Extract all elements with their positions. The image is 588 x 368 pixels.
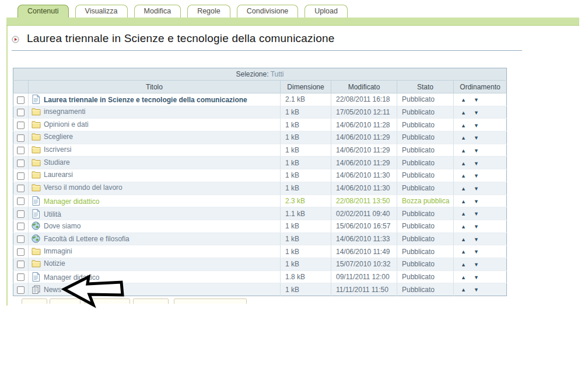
move-down-button[interactable]: ▼ [474,249,479,255]
content-item-link[interactable]: Opinioni e dati [44,120,89,129]
content-item-link[interactable]: Manager didattico [44,273,99,282]
title-cell: Opinioni e dati [29,119,281,131]
content-item-link[interactable]: Laurea triennale in Scienze e tecnologie… [44,96,247,104]
row-checkbox[interactable] [17,159,24,167]
move-up-button[interactable]: ▲ [461,186,466,192]
modified-cell: 14/06/2010 11:29 [331,144,397,157]
move-down-button[interactable]: ▼ [474,123,479,129]
content-item-link[interactable]: Utilità [44,210,61,218]
folder-icon [32,247,41,256]
move-up-button[interactable]: ▲ [461,262,466,268]
content-item-link[interactable]: Verso il mondo del lavoro [44,183,123,192]
title-cell: News [29,283,281,296]
row-checkbox[interactable] [17,235,24,243]
move-up-button[interactable]: ▲ [461,237,466,242]
row-checkbox[interactable] [17,248,24,256]
state-cell: Pubblicato [397,131,454,144]
move-down-button[interactable]: ▼ [474,186,479,192]
content-item-link[interactable]: Scegliere [44,133,73,141]
row-checkbox[interactable] [17,261,24,268]
table-row: Verso il mondo del lavoro1 kB14/06/2010 … [13,182,507,195]
row-checkbox[interactable] [17,223,24,230]
move-up-button[interactable]: ▲ [461,224,466,230]
move-up-button[interactable]: ▲ [461,148,466,154]
tab-contenuti[interactable]: Contenuti [18,5,69,18]
move-down-button[interactable]: ▼ [474,262,479,268]
table-row: Studiare1 kB14/06/2010 11:29Pubblicato▲▼ [13,157,507,169]
move-up-button[interactable]: ▲ [461,173,466,179]
row-checkbox[interactable] [17,210,24,218]
content-item-link[interactable]: Laurearsi [44,171,73,179]
move-up-button[interactable]: ▲ [461,199,466,204]
page-title-wrap: Laurea triennale in Scienze e tecnologie… [12,32,522,51]
page-title: Laurea triennale in Scienze e tecnologie… [27,32,334,45]
state-cell: Pubblicato [397,119,454,131]
move-up-button[interactable]: ▲ [461,161,466,166]
title-cell: Scegliere [29,131,281,144]
row-checkbox[interactable] [17,273,24,281]
content-item-link[interactable]: Dove siamo [44,222,80,230]
move-down-button[interactable]: ▼ [474,110,479,116]
table-row: insegnamenti1 kB17/05/2010 12:11Pubblica… [13,106,507,119]
content-item-link[interactable]: News [44,286,61,294]
action-button-strip: CopiaTagliaRinominaEliminaCambia stato [0,298,588,304]
cambia-stato-button[interactable]: Cambia stato [174,298,247,304]
row-checkbox[interactable] [17,197,24,205]
content-item-link[interactable]: Immagini [44,247,72,255]
content-item-link[interactable]: Studiare [44,158,70,166]
move-down-button[interactable]: ▼ [474,173,479,179]
move-down-button[interactable]: ▼ [474,97,479,103]
move-down-button[interactable]: ▼ [474,287,479,293]
tab-modifica[interactable]: Modifica [134,5,181,18]
folder-icon [32,183,41,193]
move-up-button[interactable]: ▲ [461,110,466,116]
move-up-button[interactable]: ▲ [461,287,466,293]
row-checkbox[interactable] [17,286,24,294]
row-checkbox[interactable] [17,121,24,129]
move-down-button[interactable]: ▼ [474,199,479,204]
tab-upload[interactable]: Upload [304,5,348,18]
selection-label: Selezione: [236,70,268,78]
content-item-link[interactable]: insegnamenti [44,107,85,116]
tab-condivisione[interactable]: Condivisione [237,5,299,18]
content-item-link[interactable]: Manager didattico [44,197,99,206]
content-item-link[interactable]: Notizie [44,259,65,268]
title-cell: Iscriversi [29,144,281,157]
move-down-button[interactable]: ▼ [474,161,479,166]
row-checkbox[interactable] [17,134,24,142]
title-cell: Immagini [29,245,281,258]
content-item-link[interactable]: Facoltà di Lettere e filosofia [44,235,130,243]
table-row: Utilità1.1 kB02/02/2011 09:40Pubblicato▲… [13,207,507,220]
state-cell: Pubblicato [397,245,454,258]
select-all-link[interactable]: Tutti [271,70,284,78]
title-cell: Laurearsi [29,169,281,182]
move-up-button[interactable]: ▲ [461,123,466,129]
content-item-link[interactable]: Iscriversi [44,145,71,154]
row-checkbox[interactable] [17,172,24,180]
move-up-button[interactable]: ▲ [461,97,466,103]
copia-button[interactable]: Copia [22,298,47,304]
title-cell: insegnamenti [29,106,281,119]
taglia-button[interactable]: Taglia [50,298,80,304]
move-up-button[interactable]: ▲ [461,135,466,141]
row-checkbox[interactable] [17,109,24,116]
ordering-cell: ▲▼ [454,169,507,182]
move-up-button[interactable]: ▲ [461,249,466,255]
move-up-button[interactable]: ▲ [461,275,466,280]
row-checkbox[interactable] [17,147,24,154]
header-titolo: Titolo [29,81,281,93]
size-cell: 1.1 kB [281,207,331,220]
rinomina-button[interactable]: Rinomina [85,298,130,304]
move-down-button[interactable]: ▼ [474,275,479,280]
move-down-button[interactable]: ▼ [474,135,479,141]
move-down-button[interactable]: ▼ [474,211,479,217]
tab-visualizza[interactable]: Visualizza [75,5,128,18]
move-down-button[interactable]: ▼ [474,224,479,230]
tab-regole[interactable]: Regole [187,5,230,18]
row-checkbox[interactable] [17,96,24,104]
elimina-button[interactable]: Elimina [133,298,169,304]
move-up-button[interactable]: ▲ [461,211,466,217]
row-checkbox[interactable] [17,185,24,192]
move-down-button[interactable]: ▼ [474,148,479,154]
move-down-button[interactable]: ▼ [474,237,479,242]
